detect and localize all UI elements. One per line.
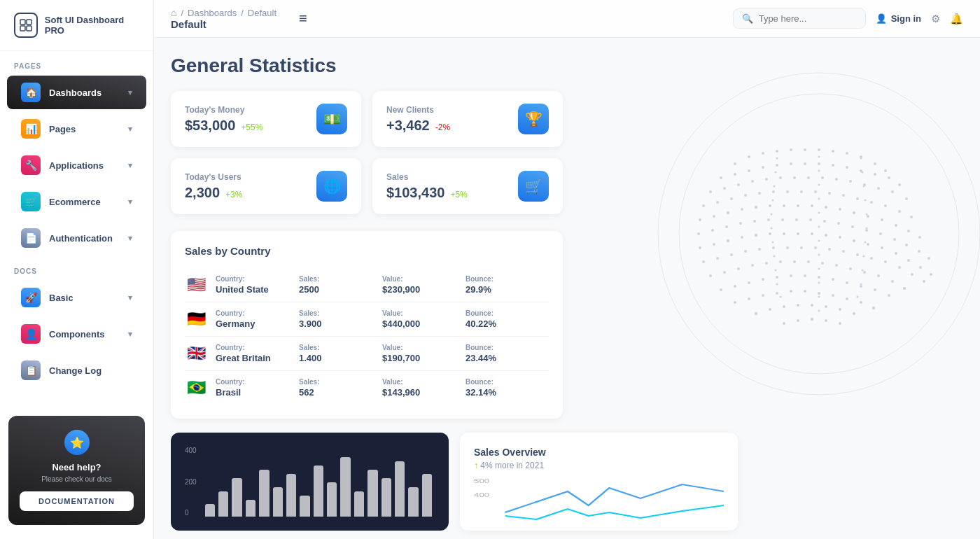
svg-point-127 (856, 253, 859, 256)
stat-users-icon: 🌐 (316, 171, 347, 202)
svg-point-97 (927, 257, 930, 260)
svg-point-8 (762, 152, 764, 155)
svg-point-83 (739, 222, 742, 225)
svg-point-61 (898, 210, 901, 213)
svg-point-216 (862, 270, 864, 272)
svg-point-65 (727, 211, 729, 214)
country-rows: 🇺🇸 Country: United State Sales: 2500 Val… (185, 268, 549, 405)
svg-point-218 (857, 296, 859, 298)
svg-point-212 (866, 214, 868, 216)
svg-point-166 (804, 290, 806, 293)
sidebar-item-ecommerce[interactable]: 🛒 Ecommerce ▾ (7, 185, 146, 218)
country-flag: 🇩🇪 (185, 310, 207, 328)
sign-in-button[interactable]: 👤 Sign in (876, 13, 921, 24)
sidebar-item-changelog[interactable]: 📋 Change Log (7, 354, 146, 387)
breadcrumb-dashboards[interactable]: Dashboards (188, 8, 237, 18)
chevron-down-icon: ▾ (128, 330, 132, 339)
stat-money-icon: 💵 (316, 104, 347, 134)
svg-point-170 (860, 301, 862, 304)
svg-text:400: 400 (474, 491, 489, 498)
search-box[interactable]: 🔍 (733, 8, 866, 29)
svg-point-121 (772, 246, 775, 249)
overview-chart: 500 400 (474, 470, 724, 526)
svg-point-178 (839, 308, 841, 311)
svg-point-108 (839, 236, 841, 239)
sidebar-item-basic[interactable]: 🚀 Basic ▾ (7, 281, 146, 314)
chart-bar (395, 461, 405, 517)
svg-point-123 (800, 246, 803, 249)
changelog-icon: 📋 (21, 360, 41, 380)
svg-point-49 (730, 197, 733, 200)
stat-sales-value: $103,430 (386, 185, 444, 201)
svg-point-181 (797, 319, 799, 322)
content-area: General Statistics Today's Money $53,000… (154, 38, 980, 539)
authentication-icon: 📄 (21, 228, 41, 248)
svg-point-116 (702, 260, 705, 263)
overview-change-text: 4% more in 2021 (480, 461, 544, 470)
chart-bar (205, 504, 215, 517)
breadcrumb-separator: / (181, 8, 183, 18)
svg-point-44 (877, 187, 880, 190)
svg-point-70 (797, 204, 799, 207)
chart-bar (422, 474, 432, 517)
svg-point-56 (828, 192, 831, 195)
sidebar-item-authentication[interactable]: 📄 Authentication ▾ (7, 221, 146, 255)
svg-point-90 (837, 222, 840, 225)
sidebar-item-applications[interactable]: 🔧 Applications ▾ (7, 148, 146, 182)
svg-point-172 (755, 312, 757, 315)
search-input[interactable] (759, 13, 857, 24)
stat-card-sales: Sales $103,430 +5% 🛒 (372, 158, 563, 214)
sidebar-item-label: Components (49, 329, 104, 340)
gear-icon[interactable]: ⚙ (931, 13, 940, 25)
bell-icon[interactable]: 🔔 (950, 13, 963, 25)
documentation-button[interactable]: DOCUMENTATION (20, 491, 134, 511)
sidebar-item-components[interactable]: 👤 Components ▾ (7, 317, 146, 351)
chart-bar (246, 500, 255, 517)
svg-point-217 (860, 284, 862, 286)
svg-point-15 (860, 155, 862, 158)
stat-clients-label: New Clients (386, 105, 450, 115)
svg-point-39 (807, 176, 810, 179)
svg-rect-0 (20, 20, 25, 24)
svg-point-5 (679, 94, 959, 374)
svg-point-93 (879, 232, 882, 235)
stat-card-money: Today's Money $53,000 +55% 💵 (171, 91, 361, 147)
arrow-up-icon: ↑ (474, 461, 478, 470)
svg-point-26 (832, 164, 834, 167)
y-label-200: 200 (185, 478, 197, 486)
sidebar-item-label: Applications (49, 160, 104, 171)
chart-bar (340, 457, 350, 517)
help-title: Need help? (20, 462, 134, 472)
svg-text:500: 500 (474, 477, 489, 484)
home-icon: ⌂ (171, 7, 176, 18)
svg-point-66 (741, 208, 743, 211)
svg-point-191 (818, 240, 820, 242)
svg-point-152 (776, 276, 778, 279)
search-icon: 🔍 (742, 13, 753, 24)
help-star-icon: ⭐ (64, 430, 90, 455)
stat-users-label: Today's Users (185, 172, 242, 182)
page-subtitle: Default (171, 18, 276, 30)
sidebar-item-dashboards[interactable]: 🏠 Dashboards ▾ (7, 76, 146, 109)
stat-sales-change: +5% (450, 190, 467, 200)
svg-point-79 (918, 236, 921, 239)
table-row: 🇺🇸 Country: United State Sales: 2500 Val… (185, 268, 549, 302)
page-title: General Statistics (171, 55, 963, 77)
svg-point-160 (888, 294, 890, 297)
svg-point-24 (804, 162, 806, 165)
globe-decoration (609, 52, 980, 430)
svg-point-38 (793, 176, 796, 179)
hamburger-icon[interactable]: ≡ (299, 10, 307, 27)
svg-point-18 (720, 176, 722, 179)
svg-point-46 (905, 197, 908, 200)
chevron-down-icon: ▾ (128, 234, 132, 243)
svg-point-210 (863, 186, 865, 188)
sidebar-item-pages[interactable]: 📊 Pages ▾ (7, 112, 146, 146)
svg-point-27 (846, 166, 848, 169)
svg-point-169 (846, 298, 848, 300)
svg-point-69 (783, 204, 785, 207)
svg-point-150 (748, 281, 750, 284)
svg-point-129 (884, 260, 887, 263)
svg-point-54 (800, 190, 803, 193)
svg-point-214 (864, 241, 867, 244)
